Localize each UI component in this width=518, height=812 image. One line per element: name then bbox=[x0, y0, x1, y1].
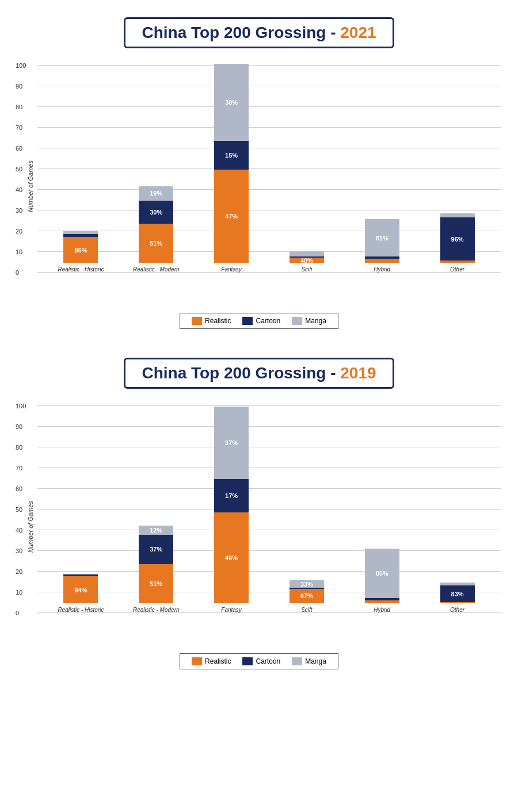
bar-cartoon bbox=[63, 574, 98, 576]
y-tick-label: 0 bbox=[16, 610, 19, 616]
bar-group: 96% Other bbox=[420, 213, 495, 273]
chart-year: 2021 bbox=[340, 24, 376, 41]
chart-year: 2019 bbox=[340, 364, 376, 382]
stacked-bar: 94% bbox=[63, 574, 98, 603]
y-tick-label: 60 bbox=[16, 145, 22, 152]
legend-label: Cartoon bbox=[256, 317, 280, 325]
chart-title-box: China Top 200 Grossing - 2019 bbox=[124, 358, 394, 389]
stacked-bar: 46% 17% 37% bbox=[214, 407, 249, 603]
bar-group: 83% Other bbox=[420, 583, 495, 613]
y-tick-label: 80 bbox=[16, 104, 22, 110]
legend-color-box bbox=[192, 657, 202, 665]
chart-title: China Top 200 Grossing - 2019 bbox=[142, 364, 376, 382]
y-tick-label: 90 bbox=[16, 423, 22, 430]
y-tick-label: 20 bbox=[16, 228, 22, 235]
legend-label: Manga bbox=[305, 657, 326, 665]
stacked-bar: 51% 37% 12% bbox=[139, 526, 173, 603]
bar-group: 85% Hybrid bbox=[344, 549, 420, 613]
stacked-bar: 83% bbox=[440, 583, 475, 603]
y-tick-label: 20 bbox=[16, 568, 22, 575]
chart-area: Number of Games 0 10 20 30 40 bbox=[12, 406, 506, 648]
bar-group: 94% Realistic - Historic bbox=[43, 574, 119, 613]
bar-manga: 33% bbox=[290, 580, 324, 588]
y-tick-label: 40 bbox=[16, 186, 22, 193]
x-axis-label: Other bbox=[450, 266, 464, 273]
x-axis-label: Other bbox=[450, 607, 464, 613]
bar-manga: 19% bbox=[139, 186, 173, 201]
bar-group: 86% Realistic - Historic bbox=[43, 231, 119, 273]
bar-realistic: 51% bbox=[139, 564, 173, 603]
chart-inner: 0 10 20 30 40 50 60 bbox=[37, 66, 501, 281]
chart-container: China Top 200 Grossing - 2019 Number of … bbox=[0, 340, 518, 681]
legend-item: Manga bbox=[292, 657, 326, 665]
bar-cartoon bbox=[365, 256, 399, 259]
y-tick-label: 80 bbox=[16, 444, 22, 451]
bar-manga: 37% bbox=[214, 407, 249, 479]
legend-color-box bbox=[242, 317, 253, 325]
bar-cartoon: 83% bbox=[440, 585, 475, 602]
stacked-bar: 40% bbox=[290, 251, 324, 263]
y-tick-label: 70 bbox=[16, 124, 22, 131]
bar-manga: 85% bbox=[365, 549, 399, 598]
bar-manga bbox=[63, 231, 98, 233]
x-axis-label: Hybrid bbox=[374, 266, 390, 273]
chart-area: Number of Games 0 10 20 30 40 bbox=[12, 66, 506, 307]
bar-cartoon: 37% bbox=[139, 535, 173, 564]
stacked-bar: 67% 33% bbox=[290, 580, 324, 603]
y-tick-label: 50 bbox=[16, 506, 22, 513]
bar-manga bbox=[290, 251, 324, 256]
legend-label: Realistic bbox=[205, 317, 231, 325]
legend-color-box bbox=[292, 657, 302, 665]
y-tick-label: 40 bbox=[16, 527, 22, 534]
y-tick-label: 30 bbox=[16, 547, 22, 554]
legend-label: Manga bbox=[305, 317, 326, 325]
legend: Realistic Cartoon Manga bbox=[180, 313, 338, 329]
y-tick-label: 90 bbox=[16, 83, 22, 90]
chart-container: China Top 200 Grossing - 2021 Number of … bbox=[0, 0, 518, 340]
y-tick-label: 10 bbox=[16, 589, 22, 596]
stacked-bar: 86% bbox=[63, 231, 98, 263]
x-axis-label: Realistic - Modern bbox=[133, 607, 180, 613]
stacked-bar: 47% 15% 38% bbox=[214, 64, 249, 263]
bar-cartoon: 96% bbox=[440, 217, 475, 261]
bar-group: 47% 15% 38% Fantasy bbox=[194, 64, 269, 273]
y-tick-label: 100 bbox=[16, 62, 26, 69]
legend-label: Cartoon bbox=[256, 657, 280, 665]
legend-label: Realistic bbox=[205, 657, 231, 665]
y-tick-label: 0 bbox=[16, 269, 19, 276]
legend-color-box bbox=[192, 317, 202, 325]
x-axis-label: Fantasy bbox=[221, 266, 242, 273]
y-axis-label: Number of Games bbox=[27, 501, 34, 553]
bar-realistic bbox=[440, 602, 475, 603]
stacked-bar: 51% 30% 19% bbox=[139, 186, 173, 263]
legend-item: Manga bbox=[292, 317, 326, 325]
bar-manga: 38% bbox=[214, 64, 249, 140]
bar-cartoon bbox=[290, 256, 324, 258]
y-tick-label: 10 bbox=[16, 248, 22, 255]
legend-item: Realistic bbox=[192, 657, 231, 665]
x-axis-label: Hybrid bbox=[374, 607, 390, 613]
bar-group: 51% 37% 12% Realistic - Modern bbox=[119, 526, 194, 613]
bar-cartoon bbox=[365, 598, 399, 600]
x-axis-label: Realistic - Modern bbox=[133, 266, 180, 273]
x-axis-label: Fantasy bbox=[221, 607, 242, 613]
bar-cartoon bbox=[63, 234, 98, 237]
bar-group: 81% Hybrid bbox=[344, 219, 420, 273]
bars-area: 94% Realistic - Historic 51% 37% 12% Rea… bbox=[37, 406, 501, 613]
legend-color-box bbox=[292, 317, 302, 325]
y-tick-label: 100 bbox=[16, 403, 26, 409]
bar-realistic bbox=[365, 600, 399, 603]
y-tick-label: 70 bbox=[16, 465, 22, 472]
x-axis-label: Realistic - Historic bbox=[58, 266, 104, 273]
bar-realistic bbox=[440, 261, 475, 263]
y-axis-label: Number of Games bbox=[27, 160, 34, 212]
chart-title: China Top 200 Grossing - 2021 bbox=[142, 24, 376, 42]
bar-realistic: 86% bbox=[63, 237, 98, 263]
x-axis-label: Scifi bbox=[301, 266, 312, 273]
bar-realistic: 46% bbox=[214, 512, 249, 603]
y-tick-label: 30 bbox=[16, 207, 22, 214]
bar-realistic: 47% bbox=[214, 170, 249, 263]
chart-inner: 0 10 20 30 40 50 60 bbox=[37, 406, 501, 622]
bar-manga bbox=[440, 583, 475, 585]
bars-area: 86% Realistic - Historic 51% 30% 19% Rea… bbox=[37, 66, 501, 273]
